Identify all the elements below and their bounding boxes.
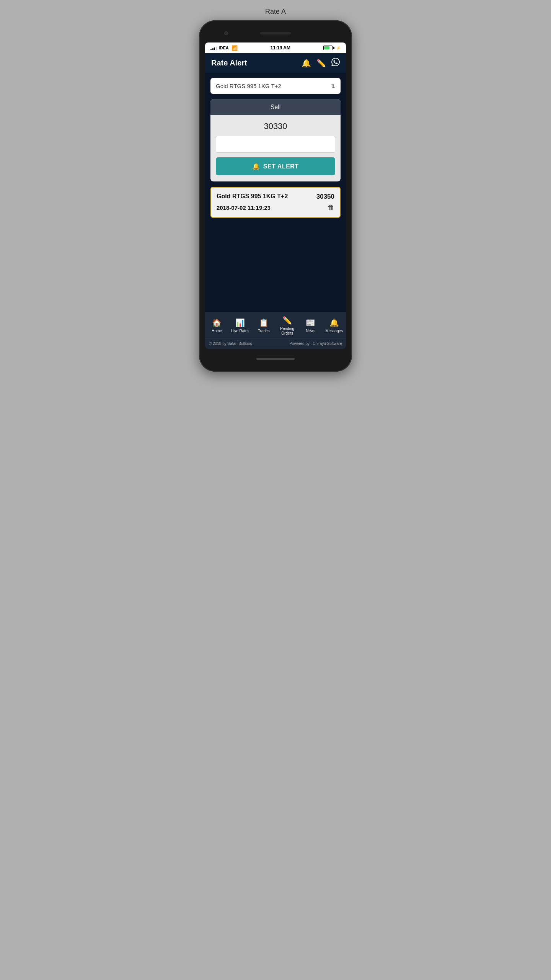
pending-orders-icon: ✏️ [282, 316, 292, 325]
bell-icon: 🔔 [252, 163, 260, 170]
app-title: Rate Alert [211, 59, 247, 67]
notification-icon[interactable]: 🔔 [302, 59, 311, 68]
phone-frame: IDEA 📶 11:19 AM ⚡ Rate Alert [199, 20, 352, 372]
signal-bar-2 [212, 48, 214, 50]
alert-card-datetime: 2018-07-02 11:19:23 [217, 204, 271, 211]
phone-notch [205, 26, 346, 40]
nav-item-live-rates[interactable]: 📊 Live Rates [230, 318, 250, 333]
sell-card: Sell 30330 🔔 SET ALERT [210, 99, 341, 181]
status-bar: IDEA 📶 11:19 AM ⚡ [205, 42, 346, 53]
dropdown-selected-text: Gold RTGS 995 1KG T+2 [216, 83, 281, 89]
alert-card: Gold RTGS 995 1KG T+2 30350 2018-07-02 1… [210, 187, 341, 218]
phone-screen: IDEA 📶 11:19 AM ⚡ Rate Alert [205, 42, 346, 349]
nav-item-trades[interactable]: 📋 Trades [254, 318, 274, 333]
charging-icon: ⚡ [336, 46, 341, 50]
dropdown-arrow-icon: ⇅ [331, 83, 335, 89]
pending-orders-label: PendingOrders [280, 327, 294, 336]
bottom-nav: 🏠 Home 📊 Live Rates 📋 Trades ✏️ PendingO… [205, 312, 346, 338]
alert-card-name: Gold RTGS 995 1KG T+2 [217, 193, 288, 200]
home-label: Home [212, 329, 222, 333]
alert-card-bottom: 2018-07-02 11:19:23 🗑 [217, 204, 334, 212]
battery-fill [324, 46, 329, 49]
sell-body: 30330 🔔 SET ALERT [210, 115, 341, 181]
wifi-icon: 📶 [231, 45, 238, 51]
nav-item-messages[interactable]: 🔔 Messages [324, 318, 344, 333]
live-rates-label: Live Rates [231, 329, 249, 333]
nav-item-news[interactable]: 📰 News [301, 318, 321, 333]
alert-card-value: 30350 [316, 193, 334, 201]
signal-bar-1 [210, 49, 212, 50]
sell-value: 30330 [264, 121, 287, 131]
battery-body [323, 46, 333, 50]
app-content: Gold RTGS 995 1KG T+2 ⇅ Sell 30330 🔔 SET… [205, 73, 346, 312]
carrier-label: IDEA [219, 46, 229, 50]
status-time: 11:19 AM [271, 45, 290, 51]
home-bar [256, 358, 295, 360]
speaker [260, 32, 291, 34]
set-alert-label: SET ALERT [263, 163, 299, 170]
phone-bottom [205, 352, 346, 366]
camera [224, 31, 228, 35]
footer-powered: Powered by : Chirayu Software [289, 341, 342, 346]
status-left: IDEA 📶 [210, 45, 238, 51]
battery-indicator [323, 46, 334, 50]
live-rates-icon: 📊 [235, 318, 245, 327]
sell-label: Sell [271, 104, 281, 110]
delete-alert-icon[interactable]: 🗑 [328, 204, 334, 212]
app-header: Rate Alert 🔔 ✏️ [205, 53, 346, 73]
whatsapp-icon[interactable] [331, 58, 340, 68]
trades-icon: 📋 [259, 318, 269, 327]
battery-tip [333, 47, 334, 49]
messages-icon: 🔔 [329, 318, 339, 327]
signal-bar-3 [214, 47, 215, 50]
news-label: News [306, 329, 315, 333]
footer-copyright: © 2018 by Safari Bullions [209, 341, 252, 346]
alert-value-input[interactable] [216, 136, 335, 153]
header-icons: 🔔 ✏️ [302, 58, 340, 68]
sell-header: Sell [210, 99, 341, 115]
app-footer: © 2018 by Safari Bullions Powered by : C… [205, 338, 346, 349]
signal-bars [210, 46, 217, 50]
alert-card-top: Gold RTGS 995 1KG T+2 30350 [217, 193, 334, 201]
messages-label: Messages [326, 329, 343, 333]
news-icon: 📰 [306, 318, 315, 327]
commodity-dropdown[interactable]: Gold RTGS 995 1KG T+2 ⇅ [210, 78, 341, 94]
home-icon: 🏠 [212, 318, 222, 327]
edit-icon[interactable]: ✏️ [316, 59, 326, 68]
set-alert-button[interactable]: 🔔 SET ALERT [216, 157, 335, 175]
signal-bar-4 [216, 47, 217, 50]
page-title: Rate A [265, 8, 286, 16]
trades-label: Trades [258, 329, 270, 333]
status-right: ⚡ [323, 46, 341, 50]
nav-item-pending-orders[interactable]: ✏️ PendingOrders [277, 316, 297, 336]
nav-item-home[interactable]: 🏠 Home [207, 318, 227, 333]
